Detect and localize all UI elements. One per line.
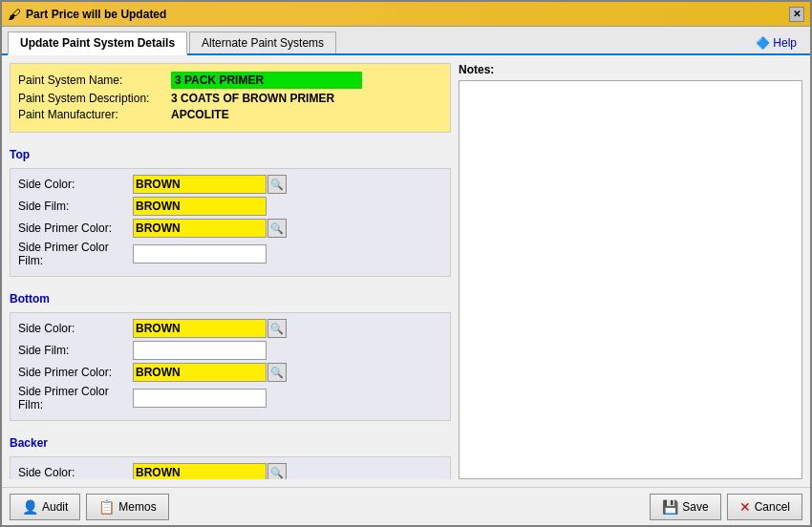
bottom-side-color-row: Side Color: 🔍 <box>18 319 442 338</box>
bottom-side-primer-film-row: Side Primer Color Film: <box>18 385 442 411</box>
save-button[interactable]: 💾 Save <box>650 494 720 520</box>
paint-system-name-label: Paint System Name: <box>18 74 171 87</box>
top-side-film-input[interactable] <box>133 197 267 216</box>
top-side-primer-film-input[interactable] <box>133 244 267 264</box>
bottom-side-film-label: Side Film: <box>18 344 133 357</box>
top-side-film-row: Side Film: <box>18 197 442 216</box>
memos-button[interactable]: 📋 Memos <box>86 494 168 520</box>
title-icon: 🖌 <box>8 7 21 22</box>
paint-manufacturer-label: Paint Manufacturer: <box>18 108 171 121</box>
top-side-primer-color-label: Side Primer Color: <box>18 221 133 235</box>
paint-manufacturer-row: Paint Manufacturer: APCOLITE <box>18 108 442 121</box>
save-icon: 💾 <box>662 499 678 515</box>
bottom-side-film-row: Side Film: <box>18 341 442 360</box>
cancel-icon: ✕ <box>739 499 751 515</box>
tab-alternate-paint-systems[interactable]: Alternate Paint Systems <box>189 32 336 53</box>
backer-side-color-search-button[interactable]: 🔍 <box>267 463 287 479</box>
right-panel: Notes: <box>459 63 802 479</box>
left-panel: Paint System Name: 3 PACK PRIMER Paint S… <box>10 63 451 479</box>
top-side-color-label: Side Color: <box>18 178 133 191</box>
bottom-section-title: Bottom <box>10 292 451 306</box>
bottom-side-primer-color-input[interactable] <box>133 363 267 382</box>
bottom-side-primer-color-row: Side Primer Color: 🔍 <box>18 363 442 382</box>
memos-icon: 📋 <box>98 499 115 515</box>
top-side-color-row: Side Color: 🔍 <box>18 175 442 194</box>
bottom-left-buttons: 👤 Audit 📋 Memos <box>10 494 169 520</box>
paint-system-desc-row: Paint System Description: 3 COATS OF BRO… <box>18 92 442 105</box>
bottom-bar: 👤 Audit 📋 Memos 💾 Save ✕ Cancel <box>2 487 810 525</box>
bottom-side-color-label: Side Color: <box>18 322 133 335</box>
bottom-side-primer-film-input[interactable] <box>133 389 267 408</box>
title-text: Part Price will be Updated <box>26 8 789 21</box>
audit-icon: 👤 <box>22 499 38 515</box>
bottom-section: Side Color: 🔍 Side Film: Side Primer Col… <box>10 312 451 421</box>
paint-manufacturer-value: APCOLITE <box>171 108 229 121</box>
tab-update-paint-system[interactable]: Update Paint System Details <box>8 32 187 55</box>
bottom-side-primer-color-label: Side Primer Color: <box>18 366 133 379</box>
top-side-color-search-button[interactable]: 🔍 <box>267 175 287 194</box>
cancel-button[interactable]: ✕ Cancel <box>727 494 802 520</box>
help-button[interactable]: 🔷 Help <box>748 32 804 53</box>
main-window: 🖌 Part Price will be Updated ✕ Update Pa… <box>0 0 812 527</box>
backer-side-color-row: Side Color: 🔍 <box>18 463 442 479</box>
top-section: Side Color: 🔍 Side Film: Side Primer Col… <box>10 168 451 277</box>
paint-system-desc-value: 3 COATS OF BROWN PRIMER <box>171 92 334 105</box>
backer-side-color-input[interactable] <box>133 463 267 479</box>
top-side-primer-color-row: Side Primer Color: 🔍 <box>18 219 442 238</box>
close-button[interactable]: ✕ <box>789 7 804 22</box>
paint-system-desc-label: Paint System Description: <box>18 92 171 105</box>
bottom-side-color-search-button[interactable]: 🔍 <box>267 319 287 338</box>
top-side-primer-film-label: Side Primer Color Film: <box>18 241 133 267</box>
top-side-color-input[interactable] <box>133 175 267 194</box>
bottom-side-primer-film-label: Side Primer Color Film: <box>18 385 133 411</box>
notes-textarea[interactable] <box>459 80 802 479</box>
notes-label: Notes: <box>459 63 802 76</box>
paint-system-name-value: 3 PACK PRIMER <box>171 72 362 89</box>
top-side-primer-color-search-button[interactable]: 🔍 <box>267 219 287 238</box>
audit-button[interactable]: 👤 Audit <box>10 494 80 520</box>
help-icon: 🔷 <box>756 36 770 50</box>
backer-side-color-label: Side Color: <box>18 466 133 479</box>
bottom-side-color-input[interactable] <box>133 319 267 338</box>
bottom-right-buttons: 💾 Save ✕ Cancel <box>650 494 802 520</box>
top-side-film-label: Side Film: <box>18 200 133 213</box>
bottom-side-primer-color-search-button[interactable]: 🔍 <box>267 363 287 382</box>
paint-system-name-row: Paint System Name: 3 PACK PRIMER <box>18 72 442 89</box>
top-side-primer-color-input[interactable] <box>133 219 267 238</box>
top-side-primer-film-row: Side Primer Color Film: <box>18 241 442 267</box>
paint-system-info: Paint System Name: 3 PACK PRIMER Paint S… <box>10 63 451 133</box>
backer-section: Side Color: 🔍 Side Film: Side Primer Col… <box>10 456 451 479</box>
content-area: Paint System Name: 3 PACK PRIMER Paint S… <box>2 55 810 487</box>
tab-bar: Update Paint System Details Alternate Pa… <box>2 27 810 55</box>
top-section-title: Top <box>10 148 451 161</box>
title-bar: 🖌 Part Price will be Updated ✕ <box>2 2 810 27</box>
bottom-side-film-input[interactable] <box>133 341 267 360</box>
backer-section-title: Backer <box>10 436 451 450</box>
